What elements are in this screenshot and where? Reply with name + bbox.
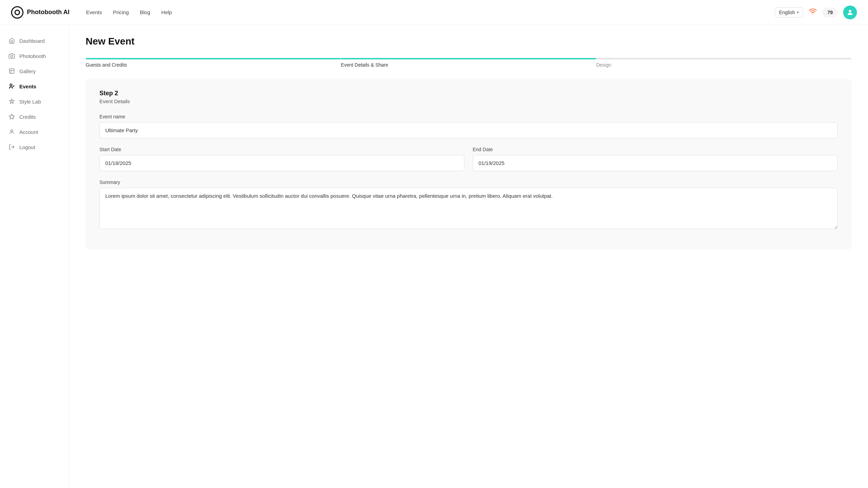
stylelab-icon — [8, 98, 15, 105]
start-date-group: Start Date — [99, 147, 464, 171]
events-icon — [8, 83, 15, 90]
sidebar-label-stylelab: Style Lab — [19, 99, 41, 105]
sidebar-item-gallery[interactable]: Gallery — [0, 64, 69, 79]
step-3[interactable]: Design — [596, 58, 851, 68]
camera-icon — [8, 52, 15, 59]
sidebar-label-photobooth: Photobooth — [19, 53, 46, 59]
credits-icon — [8, 113, 15, 120]
user-avatar[interactable] — [843, 6, 857, 19]
summary-label: Summary — [99, 179, 838, 185]
svg-point-6 — [11, 130, 13, 132]
gallery-icon — [8, 68, 15, 75]
sidebar: Dashboard Photobooth Gallery — [0, 25, 69, 488]
home-icon — [8, 37, 15, 44]
sidebar-item-account[interactable]: Account — [0, 124, 69, 139]
sidebar-item-credits[interactable]: Credits — [0, 109, 69, 124]
event-name-label: Event name — [99, 114, 838, 119]
sidebar-label-events: Events — [19, 84, 36, 89]
start-date-label: Start Date — [99, 147, 464, 152]
app-layout: Dashboard Photobooth Gallery — [0, 25, 868, 488]
end-date-group: End Date — [473, 147, 838, 171]
header: Photobooth AI Events Pricing Blog Help E… — [0, 0, 868, 25]
svg-point-0 — [812, 14, 813, 14]
nav-blog[interactable]: Blog — [140, 9, 150, 15]
account-icon — [8, 128, 15, 135]
logo-inner-circle — [15, 10, 20, 15]
logo-icon — [11, 6, 23, 19]
date-row: Start Date End Date — [99, 147, 838, 179]
step-2-label: Event Details & Share — [341, 62, 596, 68]
step-1-bar — [86, 58, 341, 59]
event-name-input[interactable] — [99, 122, 838, 138]
step-2[interactable]: Event Details & Share — [341, 58, 596, 68]
end-date-input[interactable] — [473, 155, 838, 171]
summary-group: Summary — [99, 179, 838, 231]
logo-text: Photobooth AI — [27, 9, 69, 16]
sidebar-label-gallery: Gallery — [19, 68, 36, 74]
sidebar-label-logout: Logout — [19, 144, 35, 150]
main-nav: Events Pricing Blog Help — [86, 9, 774, 15]
step-3-label: Design — [596, 62, 851, 68]
main-content: New Event Guests and Credits Event Detai… — [69, 25, 868, 488]
summary-textarea[interactable] — [99, 188, 838, 229]
step-heading: Step 2 — [99, 90, 838, 97]
end-date-label: End Date — [473, 147, 838, 152]
logout-icon — [8, 144, 15, 150]
step-2-bar — [341, 58, 596, 59]
start-date-input[interactable] — [99, 155, 464, 171]
svg-point-4 — [10, 84, 12, 86]
sidebar-item-photobooth[interactable]: Photobooth — [0, 48, 69, 64]
language-label: English — [779, 10, 795, 15]
nav-pricing[interactable]: Pricing — [113, 9, 129, 15]
svg-point-2 — [11, 55, 13, 57]
form-section: Step 2 Event Details Event name Start Da… — [86, 79, 851, 250]
step-3-bar — [596, 58, 851, 59]
nav-events[interactable]: Events — [86, 9, 102, 15]
steps-container: Guests and Credits Event Details & Share… — [86, 58, 851, 68]
credits-count: 79 — [827, 10, 833, 15]
sidebar-label-credits: Credits — [19, 114, 36, 120]
svg-point-1 — [849, 10, 851, 12]
sidebar-label-dashboard: Dashboard — [19, 38, 45, 44]
sidebar-label-account: Account — [19, 129, 38, 135]
header-actions: English ▾ 79 — [775, 6, 857, 19]
nav-help[interactable]: Help — [161, 9, 172, 15]
language-selector[interactable]: English ▾ — [775, 7, 803, 18]
step-sub: Event Details — [99, 98, 838, 104]
sidebar-item-events[interactable]: Events — [0, 79, 69, 94]
sidebar-item-logout[interactable]: Logout — [0, 139, 69, 155]
sidebar-item-dashboard[interactable]: Dashboard — [0, 33, 69, 48]
svg-marker-5 — [9, 114, 15, 119]
event-name-group: Event name — [99, 114, 838, 138]
chevron-down-icon: ▾ — [797, 10, 799, 14]
credits-badge[interactable]: 79 — [822, 8, 838, 17]
svg-rect-3 — [9, 69, 14, 74]
sidebar-item-stylelab[interactable]: Style Lab — [0, 94, 69, 109]
step-1-label: Guests and Credits — [86, 62, 341, 68]
page-title: New Event — [86, 36, 851, 47]
step-1[interactable]: Guests and Credits — [86, 58, 341, 68]
logo[interactable]: Photobooth AI — [11, 6, 69, 19]
wifi-icon[interactable] — [809, 7, 817, 17]
